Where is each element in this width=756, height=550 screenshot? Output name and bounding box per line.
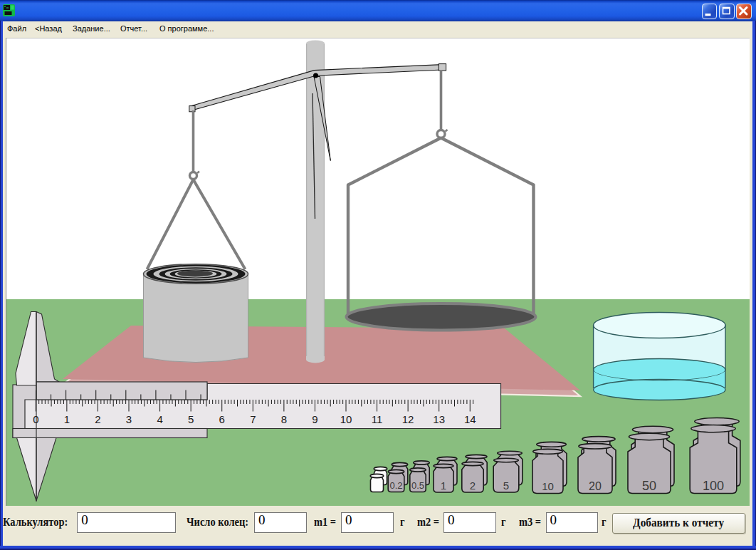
svg-text:10: 10 — [542, 480, 554, 492]
svg-text:2: 2 — [95, 413, 100, 425]
svg-text:6: 6 — [219, 413, 225, 425]
svg-text:3: 3 — [126, 413, 132, 425]
svg-text:2: 2 — [470, 479, 476, 492]
svg-text:4: 4 — [157, 413, 162, 425]
svg-text:7: 7 — [250, 413, 256, 425]
svg-text:11: 11 — [372, 413, 383, 425]
svg-text:1: 1 — [441, 479, 446, 492]
svg-text:0: 0 — [33, 413, 38, 425]
svg-text:20: 20 — [589, 480, 602, 492]
svg-text:10: 10 — [340, 413, 352, 425]
svg-text:100: 100 — [703, 479, 724, 493]
svg-text:5: 5 — [503, 479, 509, 492]
svg-text:12: 12 — [402, 413, 414, 425]
svg-text:13: 13 — [433, 413, 445, 425]
svg-text:9: 9 — [312, 413, 317, 425]
svg-text:5: 5 — [188, 413, 194, 425]
svg-text:50: 50 — [642, 479, 656, 493]
svg-text:14: 14 — [464, 413, 476, 425]
svg-text:0.2: 0.2 — [389, 480, 402, 491]
svg-text:8: 8 — [281, 413, 287, 425]
svg-text:1: 1 — [64, 413, 70, 425]
svg-text:0.5: 0.5 — [411, 480, 424, 491]
